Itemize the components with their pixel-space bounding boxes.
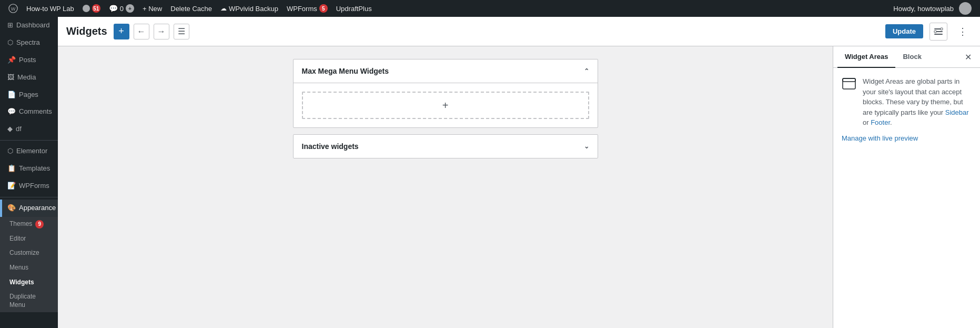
settings-panel-icon	[934, 27, 943, 36]
howdy-user[interactable]: Howdy, howtowplab	[889, 0, 976, 17]
undo-button[interactable]: ←	[134, 24, 149, 39]
sidebar-item-elementor-label: Elementor	[16, 147, 47, 156]
svg-rect-7	[843, 78, 855, 89]
templates-icon: 📋	[7, 164, 16, 173]
add-block-plus-icon: +	[442, 100, 449, 112]
sidebar-item-templates-label: Templates	[19, 164, 50, 173]
tab-block[interactable]: Block	[895, 46, 928, 68]
wp-body: ⊞ Dashboard ⬡ Spectra 📌 Posts 🖼 Media 📄 …	[0, 17, 980, 328]
wpforms-sidebar-icon: 📝	[7, 182, 16, 191]
sidebar-item-themes[interactable]: Themes 9	[0, 217, 58, 232]
sidebar-item-spectra[interactable]: ⬡ Spectra	[0, 34, 58, 52]
redo-button[interactable]: →	[154, 24, 169, 39]
sidebar-divider	[0, 140, 58, 141]
sidebar-item-media-label: Media	[17, 73, 36, 82]
add-block-button[interactable]: +	[114, 24, 129, 39]
sidebar-item-menus[interactable]: Menus	[0, 261, 58, 275]
main-area: Max Mega Menu Widgets ⌃ + Inactive widge…	[58, 46, 980, 328]
wpvivid-button[interactable]: ☁ WPvivid Backup	[216, 0, 282, 17]
sidebar-item-customize-label: Customize	[9, 249, 39, 257]
sidebar-item-df[interactable]: ◆ df	[0, 121, 58, 138]
wpforms-badge: 5	[319, 4, 328, 13]
media-icon: 🖼	[7, 73, 14, 82]
updraftplus-button[interactable]: UpdraftPlus	[332, 0, 376, 17]
inactive-widgets-title: Inactive widgets	[302, 142, 359, 151]
sidebar-divider-2	[0, 197, 58, 197]
sidebar-item-media[interactable]: 🖼 Media	[0, 69, 58, 86]
pages-icon: 📄	[7, 91, 16, 100]
comments-count[interactable]: 💬 0 +	[105, 0, 138, 17]
widget-canvas: Max Mega Menu Widgets ⌃ + Inactive widge…	[58, 46, 833, 328]
inactive-widgets-section: Inactive widgets ⌄	[293, 134, 598, 158]
right-panel: Widget Areas Block ✕	[833, 46, 980, 328]
updates-badge: 51	[92, 4, 100, 13]
site-name-label: How-to WP Lab	[26, 5, 74, 13]
wpvivid-label: WPvivid Backup	[229, 5, 278, 13]
add-block-area[interactable]: +	[302, 92, 589, 119]
sidebar-item-widgets[interactable]: Widgets	[0, 275, 58, 290]
sidebar-item-wpforms[interactable]: 📝 WPForms	[0, 177, 58, 195]
appearance-submenu: Themes 9 Editor Customize Menus Widgets …	[0, 217, 58, 313]
appearance-icon: 🎨	[7, 204, 16, 213]
sidebar-item-duplicate-menu[interactable]: Duplicate Menu	[0, 290, 58, 312]
widget-area-icon	[842, 76, 856, 94]
svg-rect-6	[934, 31, 936, 33]
wpforms-label: WPForms	[287, 5, 317, 13]
sidebar-link[interactable]: Sidebar	[945, 108, 969, 116]
sidebar-item-widgets-label: Widgets	[9, 279, 34, 287]
spectra-icon: ⬡	[7, 38, 13, 47]
svg-rect-5	[941, 28, 943, 30]
sidebar-item-menus-label: Menus	[9, 264, 28, 272]
svg-rect-8	[843, 78, 855, 82]
sidebar-item-dashboard[interactable]: ⊞ Dashboard	[0, 17, 58, 34]
sidebar-item-dashboard-label: Dashboard	[16, 21, 50, 30]
new-button[interactable]: + New	[138, 0, 166, 17]
posts-icon: 📌	[7, 56, 16, 65]
sidebar-item-appearance-label: Appearance	[19, 204, 56, 213]
delete-cache-label: Delete Cache	[170, 5, 212, 13]
sidebar-item-elementor[interactable]: ⬡ Elementor	[0, 143, 58, 160]
updraftplus-label: UpdraftPlus	[336, 5, 372, 13]
sidebar-item-pages[interactable]: 📄 Pages	[0, 86, 58, 104]
comments-count-label: 0	[120, 5, 124, 13]
inactive-widgets-chevron: ⌄	[584, 143, 589, 150]
footer-link[interactable]: Footer	[871, 118, 890, 126]
tab-widget-areas[interactable]: Widget Areas	[837, 46, 895, 68]
sidebar: ⊞ Dashboard ⬡ Spectra 📌 Posts 🖼 Media 📄 …	[0, 17, 58, 328]
sidebar-item-duplicate-menu-label: Duplicate Menu	[9, 293, 53, 309]
sidebar-item-posts-label: Posts	[19, 56, 36, 65]
more-options-button[interactable]: ⋮	[954, 24, 972, 39]
settings-panel-button[interactable]	[930, 23, 947, 41]
themes-badge: 9	[35, 220, 44, 228]
delete-cache-button[interactable]: Delete Cache	[166, 0, 216, 17]
sidebar-item-wpforms-label: WPForms	[19, 182, 49, 191]
sidebar-item-editor[interactable]: Editor	[0, 232, 58, 246]
svg-rect-4	[934, 34, 943, 35]
panel-tabs: Widget Areas Block ✕	[833, 46, 980, 68]
dashboard-icon: ⊞	[7, 21, 13, 30]
content-wrap: Widgets + ← → ☰ Update ⋮	[58, 17, 980, 328]
max-mega-menu-header[interactable]: Max Mega Menu Widgets ⌃	[294, 59, 598, 83]
manage-live-preview-link[interactable]: Manage with live preview	[842, 134, 918, 142]
site-name[interactable]: How-to WP Lab	[22, 0, 78, 17]
panel-close-button[interactable]: ✕	[961, 48, 976, 66]
sidebar-item-themes-label: Themes	[9, 220, 32, 228]
panel-description: Widget Areas are global parts in your si…	[863, 76, 972, 128]
wp-logo[interactable]: W	[4, 0, 22, 17]
comments-icon: 💬	[7, 107, 16, 116]
sidebar-item-df-label: df	[16, 125, 22, 134]
list-view-button[interactable]: ☰	[174, 24, 189, 39]
sidebar-item-customize[interactable]: Customize	[0, 246, 58, 261]
max-mega-menu-body: +	[294, 83, 598, 127]
admin-bar: W How-to WP Lab 51 💬 0 + + New Delete Ca…	[0, 0, 980, 17]
sidebar-item-comments[interactable]: 💬 Comments	[0, 103, 58, 121]
sidebar-item-templates[interactable]: 📋 Templates	[0, 160, 58, 177]
svg-text:W: W	[11, 6, 16, 12]
updates-count[interactable]: 51	[78, 0, 105, 17]
tab-block-label: Block	[903, 53, 921, 61]
sidebar-item-appearance[interactable]: 🎨 Appearance	[0, 200, 58, 217]
update-button[interactable]: Update	[885, 24, 923, 38]
wpforms-button[interactable]: WPForms 5	[282, 0, 332, 17]
inactive-widgets-header[interactable]: Inactive widgets ⌄	[294, 135, 598, 158]
sidebar-item-posts[interactable]: 📌 Posts	[0, 52, 58, 69]
